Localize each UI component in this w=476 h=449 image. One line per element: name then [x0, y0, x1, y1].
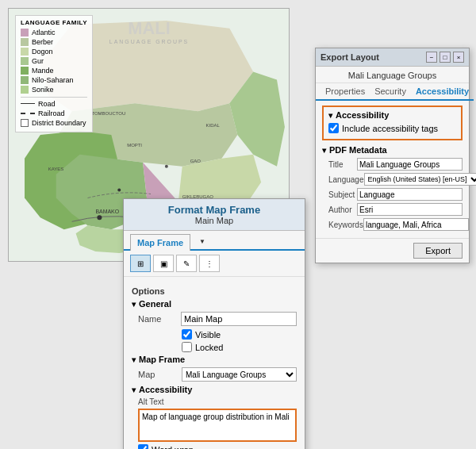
accessibility-section: Alt Text Word wrap — [138, 397, 297, 449]
pdf-metadata-label: PDF Metadata — [329, 145, 387, 155]
accessibility-toggle-arrow: ▾ — [132, 386, 136, 394]
map-legend: LANGUAGE FAMILY Atlantic Berber Dogon Gu… — [15, 15, 93, 132]
alt-text-input[interactable] — [138, 409, 297, 442]
map-frame-section: Map Mali Language Groups — [138, 367, 297, 382]
tab-map-frame[interactable]: Map Frame — [130, 234, 190, 251]
name-input[interactable] — [181, 312, 297, 326]
pdf-title-input[interactable] — [357, 158, 463, 171]
svg-point-10 — [97, 215, 102, 220]
legend-railroad: Railroad — [21, 109, 87, 117]
word-wrap-label: Word wrap — [152, 445, 194, 450]
accessibility-section-arrow: ▾ — [328, 111, 332, 120]
export-tabs: Properties Security Accessibility — [316, 83, 469, 101]
format-dialog-title: Format Map Frame — [132, 204, 297, 216]
general-section: Name Visible Locked — [138, 312, 297, 352]
tab-dropdown[interactable]: ▼ — [190, 234, 212, 249]
svg-text:LANGUAGE GROUPS: LANGUAGE GROUPS — [109, 39, 189, 44]
pdf-metadata-toggle[interactable]: ▾ PDF Metadata — [322, 145, 463, 155]
format-content: Options ▾ General Name Visible Locked ▾ — [124, 277, 305, 449]
toolbar-grid-button[interactable]: ⊞ — [130, 255, 151, 272]
options-header: Options — [132, 286, 297, 296]
legend-item-dogon: Dogon — [21, 48, 87, 56]
pdf-keywords-input[interactable] — [363, 218, 469, 231]
pdf-author-row: Author — [328, 203, 463, 216]
export-button[interactable]: Export — [413, 243, 463, 259]
tab-security[interactable]: Security — [370, 83, 411, 99]
legend-label-atlantic: Atlantic — [32, 29, 56, 36]
legend-item-gur: Gur — [21, 57, 87, 65]
export-dialog-title: Export Layout — [321, 52, 379, 62]
restore-button[interactable]: □ — [440, 52, 451, 63]
svg-text:KAYES: KAYES — [48, 167, 63, 171]
general-toggle[interactable]: ▾ General — [132, 299, 297, 309]
format-toolbar: ⊞ ▣ ✎ ⋮ — [124, 251, 305, 277]
name-row: Name — [138, 312, 297, 326]
toolbar-border-button[interactable]: ▣ — [153, 255, 174, 272]
pdf-subject-input[interactable] — [357, 188, 463, 201]
locked-label: Locked — [195, 343, 223, 352]
accessibility-label: Accessibility — [139, 385, 192, 394]
format-dialog-subtitle: Main Map — [132, 216, 297, 225]
export-button-row: Export — [316, 238, 469, 263]
legend-label-railroad: Railroad — [38, 109, 65, 117]
pdf-keywords-label: Keywords — [328, 221, 363, 229]
svg-text:BAMAKO: BAMAKO — [95, 209, 119, 214]
tab-properties[interactable]: Properties — [321, 83, 370, 99]
legend-item-mande: Mande — [21, 67, 87, 75]
pdf-author-label: Author — [328, 205, 357, 214]
accessibility-box: ▾ Accessibility Include accessibility ta… — [322, 106, 463, 140]
minimize-button[interactable]: − — [426, 52, 437, 63]
map-frame-toggle[interactable]: ▾ Map Frame — [132, 355, 297, 364]
tab-accessibility[interactable]: Accessibility — [411, 83, 474, 101]
close-button[interactable]: × — [453, 52, 464, 63]
pdf-language-select[interactable]: English (United States) [en-US] — [364, 173, 477, 186]
format-dialog-tabs: Map Frame ▼ — [124, 234, 305, 251]
map-select[interactable]: Mali Language Groups — [182, 367, 297, 382]
pdf-author-input[interactable] — [357, 203, 463, 216]
svg-text:TOMBOUCTOU: TOMBOUCTOU — [91, 111, 125, 116]
svg-text:MOPTI: MOPTI — [127, 143, 142, 148]
locked-row: Locked — [138, 342, 297, 352]
accessibility-toggle[interactable]: ▾ Accessibility — [132, 385, 297, 394]
svg-point-13 — [165, 165, 168, 168]
svg-point-12 — [117, 189, 121, 192]
visible-row: Visible — [138, 329, 297, 340]
visible-label: Visible — [195, 330, 221, 340]
legend-label-district: District Boundary — [32, 119, 86, 127]
accessibility-section-toggle[interactable]: ▾ Accessibility — [328, 110, 456, 120]
export-content: ▾ Accessibility Include accessibility ta… — [316, 101, 469, 238]
legend-road: Road — [21, 100, 87, 108]
include-tags-checkbox[interactable] — [328, 123, 339, 133]
general-label: General — [139, 299, 171, 309]
locked-checkbox[interactable] — [182, 342, 192, 352]
export-layout-dialog: Export Layout − □ × Mali Language Groups… — [315, 48, 470, 263]
pdf-toggle-arrow: ▾ — [322, 146, 326, 155]
legend-item-nilo: Nilo-Saharan — [21, 76, 87, 84]
window-controls: − □ × — [426, 52, 464, 63]
map-row: Map Mali Language Groups — [138, 367, 297, 382]
pdf-subject-label: Subject — [328, 190, 357, 199]
legend-label-gur: Gur — [32, 57, 44, 65]
toolbar-edit-button[interactable]: ✎ — [176, 255, 197, 272]
legend-label-dogon: Dogon — [32, 48, 53, 56]
pdf-language-label: Language — [328, 175, 364, 184]
map-frame-toggle-arrow: ▾ — [132, 355, 136, 364]
legend-item-sonike: Sonike — [21, 86, 87, 94]
export-titlebar: Export Layout − □ × — [316, 48, 469, 67]
legend-title: LANGUAGE FAMILY — [21, 19, 87, 26]
word-wrap-checkbox[interactable] — [138, 444, 148, 449]
legend-district: District Boundary — [21, 119, 87, 127]
export-subtitle: Mali Language Groups — [316, 67, 469, 83]
map-frame-label: Map Frame — [139, 355, 185, 364]
visible-checkbox[interactable] — [182, 329, 192, 340]
pdf-title-row: Title — [328, 158, 463, 171]
legend-label-nilo: Nilo-Saharan — [32, 76, 74, 84]
legend-label-sonike: Sonike — [32, 86, 54, 94]
name-label: Name — [138, 314, 181, 324]
legend-label-mande: Mande — [32, 67, 54, 75]
map-label: Map — [138, 370, 182, 379]
format-map-frame-dialog: Format Map Frame Main Map Map Frame ▼ ⊞ … — [123, 198, 305, 449]
legend-item-berber: Berber — [21, 38, 87, 46]
toolbar-options-button[interactable]: ⋮ — [199, 255, 220, 272]
legend-item-atlantic: Atlantic — [21, 29, 87, 36]
